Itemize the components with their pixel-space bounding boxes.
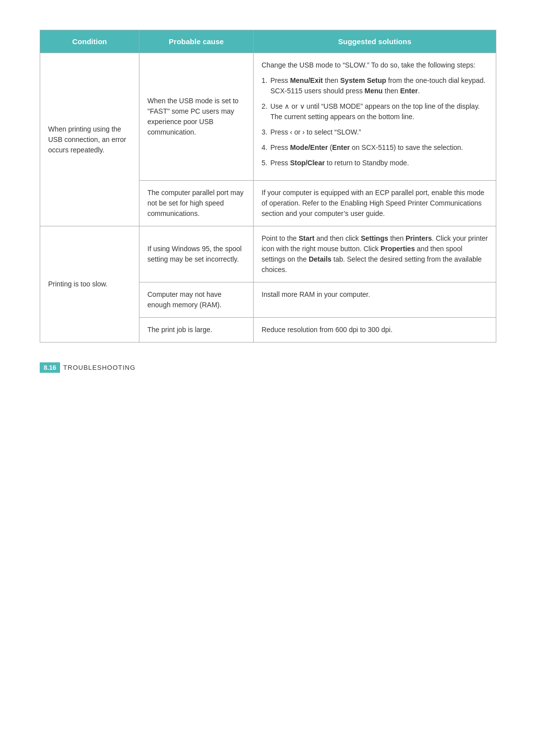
header-suggested-solutions: Suggested solutions — [254, 30, 496, 53]
solution-cell: Reduce resolution from 600 dpi to 300 dp… — [254, 318, 496, 343]
condition-cell: When printing using the USB connection, … — [40, 53, 139, 226]
footer: 8.16 TROUBLESHOOTING — [40, 362, 496, 373]
header-probable-cause: Probable cause — [139, 30, 254, 53]
condition-cell: Printing is too slow. — [40, 226, 139, 343]
cause-cell: The computer parallel port may not be se… — [139, 181, 254, 226]
solution-cell: If your computer is equipped with an ECP… — [254, 181, 496, 226]
solution-cell: Point to the Start and then click Settin… — [254, 226, 496, 282]
footer-label: TROUBLESHOOTING — [63, 364, 135, 371]
cause-cell: When the USB mode is set to "FAST" some … — [139, 53, 254, 181]
solution-cell: Change the USB mode to “SLOW.” To do so,… — [254, 53, 496, 181]
cause-cell: The print job is large. — [139, 318, 254, 343]
cause-cell: Computer may not have enough memory (RAM… — [139, 282, 254, 318]
solution-cell: Install more RAM in your computer. — [254, 282, 496, 318]
main-table: Condition Probable cause Suggested solut… — [40, 30, 496, 343]
header-condition: Condition — [40, 30, 139, 53]
table-row: When printing using the USB connection, … — [40, 53, 496, 181]
footer-page: 8.16 — [40, 362, 60, 373]
cause-cell: If using Windows 95, the spool setting m… — [139, 226, 254, 282]
table-row: Printing is too slow.If using Windows 95… — [40, 226, 496, 282]
